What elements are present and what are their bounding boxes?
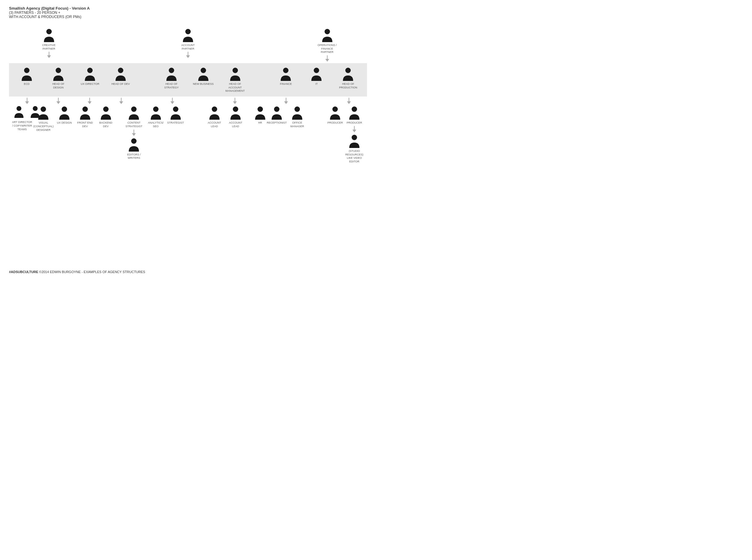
- label-producer-1: PRODUCER: [327, 121, 343, 125]
- label-visual-designer: VISUAL (CONCEPTUAL) DESIGNER: [33, 121, 54, 132]
- label-new-business: NEW BUSINESS: [193, 82, 214, 86]
- person-art-director: ART DIRECTOR / COPYWRITER TEAMS: [12, 105, 33, 131]
- person-icon-head-production: [342, 67, 354, 81]
- person-head-dev: HEAD OF DEV: [112, 67, 130, 86]
- arrow-down: [346, 98, 352, 104]
- svg-marker-5: [186, 55, 190, 58]
- svg-marker-43: [132, 133, 136, 136]
- arrow-down: [56, 98, 61, 104]
- svg-point-10: [56, 68, 61, 73]
- person-head-design: HEAD OF DESIGN: [47, 67, 70, 89]
- partners-row: CREATIVE PARTNER ACCOUNT PARTNER OPERATI…: [9, 28, 367, 63]
- label-ecd: ECD: [24, 82, 29, 86]
- arrow-down: [46, 52, 52, 58]
- person-account-partner: ACCOUNT PARTNER: [177, 28, 199, 51]
- arrow-down: [283, 98, 289, 104]
- svg-point-56: [352, 135, 357, 140]
- ecd-reports: ART DIRECTOR / COPYWRITER TEAMS: [12, 105, 33, 131]
- label-head-account: HEAD OF ACCOUNT MANAGEMENT: [224, 82, 246, 93]
- person-producer-1: PRODUCER: [327, 105, 343, 125]
- page-container: Smallish Agency (Digital Focus) - Versio…: [9, 6, 367, 164]
- person-icon-head-dev: [115, 67, 127, 81]
- person-office-manager: OFFICE MANAGER: [287, 105, 307, 128]
- page-subtitle-1: (3) PARTNERS - 20 PERSON +: [9, 11, 367, 15]
- label-ops-partner: OPERATIONS / FINANCE PARTNER: [316, 44, 338, 54]
- person-icon-hr: [254, 105, 266, 120]
- svg-point-45: [153, 106, 159, 112]
- arrow-down: [131, 129, 137, 136]
- person-account-lead-1: ACCOUNT LEAD: [204, 105, 224, 128]
- arrow-down: [324, 55, 330, 62]
- person-content-strategist: CONTENT STRATEGIST: [124, 105, 144, 128]
- person-icon-creative-partner: [43, 28, 55, 42]
- person-double-icon-art-director: [13, 105, 31, 119]
- arrow-down: [170, 98, 175, 104]
- person-ux-design: UX DESIGN: [57, 105, 72, 125]
- label-producer-2: PRODUCER: [347, 121, 362, 125]
- svg-point-17: [314, 68, 319, 73]
- svg-point-35: [17, 106, 21, 111]
- svg-point-14: [201, 68, 206, 73]
- svg-point-37: [41, 106, 46, 112]
- person-studio-resources: (STUDIO RESOURCES) LIKE VIDEO EDITOR: [344, 134, 364, 164]
- label-art-director: ART DIRECTOR / COPYWRITER TEAMS: [12, 121, 33, 131]
- person-it: IT: [311, 67, 322, 86]
- svg-point-6: [324, 29, 330, 34]
- person-ux-director: UX DIRECTOR: [81, 67, 99, 86]
- svg-point-9: [24, 68, 29, 73]
- person-icon-new-business: [197, 67, 209, 81]
- person-icon-analytics: [150, 105, 162, 120]
- label-strategist: STRATEGIST: [167, 121, 184, 125]
- label-editors: EDITORS / WRITERS: [124, 153, 144, 160]
- svg-point-0: [46, 29, 52, 34]
- person-icon-account-partner: [182, 28, 194, 42]
- svg-point-11: [87, 68, 93, 73]
- person-icon-head-account: [229, 67, 241, 81]
- head-production-reports: PRODUCER PRODUCER (STUDIO RESOURCES) LIK…: [327, 105, 364, 163]
- svg-point-46: [173, 106, 178, 112]
- person-icon-strategist: [170, 105, 182, 120]
- label-office-manager: OFFICE MANAGER: [287, 121, 307, 128]
- svg-point-44: [131, 138, 137, 144]
- svg-point-18: [345, 68, 351, 73]
- person-icon-ux-director: [84, 67, 96, 81]
- person-icon-front-end: [79, 105, 91, 120]
- svg-marker-26: [119, 101, 123, 104]
- label-creative-partner: CREATIVE PARTNER: [38, 44, 60, 51]
- svg-marker-28: [170, 101, 174, 104]
- label-it: IT: [315, 82, 318, 86]
- svg-point-36: [33, 106, 38, 111]
- head-account-reports: ACCOUNT LEAD ACCOUNT LEAD: [204, 105, 245, 128]
- person-hr: HR: [254, 105, 266, 128]
- svg-point-40: [103, 106, 108, 112]
- arrow-down: [232, 98, 238, 104]
- svg-marker-24: [88, 101, 92, 104]
- svg-marker-2: [47, 55, 51, 58]
- org-chart: CREATIVE PARTNER ACCOUNT PARTNER OPERATI…: [9, 28, 367, 164]
- svg-point-12: [118, 68, 123, 73]
- label-head-dev: HEAD OF DEV: [112, 82, 130, 86]
- svg-marker-34: [347, 101, 351, 104]
- label-backend: BACKEND DEV: [97, 121, 115, 128]
- person-icon-ops-partner: [321, 28, 333, 42]
- arrows-row-2: [9, 97, 367, 105]
- svg-point-41: [131, 106, 137, 112]
- person-icon-studio-resources: [348, 134, 360, 148]
- person-creative-partner: CREATIVE PARTNER: [38, 28, 60, 51]
- label-head-strategy: HEAD OF STRATEGY: [160, 82, 183, 89]
- svg-point-13: [169, 68, 174, 73]
- person-front-end: FRONT END DEV: [75, 105, 95, 128]
- label-account-lead-2: ACCOUNT LEAD: [225, 121, 245, 128]
- label-front-end: FRONT END DEV: [75, 121, 95, 128]
- svg-point-52: [332, 106, 338, 112]
- person-icon-ecd: [21, 67, 33, 81]
- person-editors: EDITORS / WRITERS: [124, 137, 144, 160]
- page-subtitle-2: WITH ACCOUNT & PRODUCERS (OR PMs): [9, 15, 367, 19]
- person-ops-partner: OPERATIONS / FINANCE PARTNER: [316, 28, 338, 54]
- label-hr: HR: [258, 121, 262, 125]
- person-account-lead-2: ACCOUNT LEAD: [225, 105, 245, 128]
- svg-point-53: [352, 106, 357, 112]
- svg-point-50: [274, 106, 279, 112]
- svg-marker-22: [57, 101, 60, 104]
- label-content-strategist: CONTENT STRATEGIST: [124, 121, 144, 128]
